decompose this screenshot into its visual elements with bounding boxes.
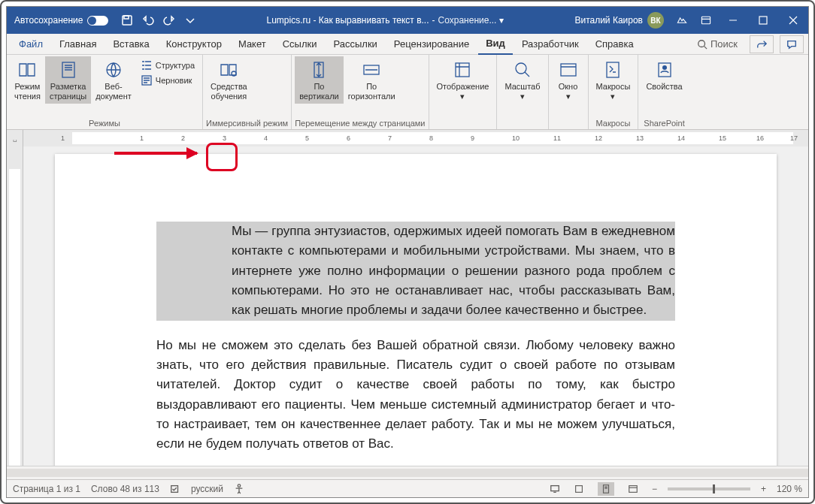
annotation-arrow xyxy=(114,152,197,155)
ruler-tick: 7 xyxy=(388,134,392,142)
page-layout-button[interactable]: Разметка страницы xyxy=(45,56,91,104)
tab-file[interactable]: Файл xyxy=(11,34,50,55)
ruler-tick: 4 xyxy=(264,134,268,142)
ruler-tick: 8 xyxy=(429,134,433,142)
tab-references[interactable]: Ссылки xyxy=(275,34,325,55)
svg-rect-21 xyxy=(603,484,608,493)
tab-view[interactable]: Вид xyxy=(478,34,513,55)
ruler-tick: 1 xyxy=(61,134,65,142)
svg-rect-11 xyxy=(456,63,469,77)
ribbon-options-icon[interactable] xyxy=(694,7,718,34)
outline-button[interactable]: Структура xyxy=(138,58,198,73)
svg-rect-13 xyxy=(561,64,576,76)
search-icon xyxy=(697,39,707,50)
horizontal-button[interactable]: По горизонтали xyxy=(344,56,400,104)
tab-help[interactable]: Справка xyxy=(588,34,641,55)
focus-mode-button[interactable] xyxy=(571,482,587,496)
maximize-button[interactable] xyxy=(748,7,778,34)
ruler-tick: 2 xyxy=(181,134,185,142)
document-title: Lumpics.ru - Как выравнивать текст в... … xyxy=(201,15,568,26)
close-button[interactable] xyxy=(778,7,808,34)
autosave[interactable]: Автосохранение xyxy=(7,15,116,26)
horizontal-ruler[interactable]: ␣ 211234567891011121314151617 xyxy=(7,130,808,146)
svg-rect-19 xyxy=(551,485,559,490)
comments-button[interactable] xyxy=(780,35,804,53)
language-indicator[interactable]: русский xyxy=(191,484,223,494)
draft-button[interactable]: Черновик xyxy=(138,73,198,88)
annotation-highlight xyxy=(206,143,238,171)
group-sharepoint-label: SharePoint xyxy=(641,117,686,129)
group-pagemove-label: Перемещение между страницами xyxy=(295,117,425,129)
horizontal-scrollbar[interactable] xyxy=(7,466,808,479)
group-views-label: Режимы xyxy=(10,117,199,129)
ruler-tick: 15 xyxy=(719,134,726,142)
redo-icon[interactable] xyxy=(161,11,177,29)
zoom-out-button[interactable]: − xyxy=(652,484,657,494)
vertical-button[interactable]: По вертикали xyxy=(295,56,344,104)
search-box[interactable]: Поиск xyxy=(691,38,744,50)
ruler-tick: 9 xyxy=(471,134,474,142)
ruler-tick: 13 xyxy=(636,134,644,142)
ruler-tick: 11 xyxy=(553,134,561,142)
svg-point-4 xyxy=(698,40,705,47)
word-count[interactable]: Слово 48 из 113 xyxy=(91,484,159,494)
svg-rect-20 xyxy=(576,485,583,492)
page-indicator[interactable]: Страница 1 из 1 xyxy=(13,484,80,494)
print-layout-button[interactable] xyxy=(598,482,614,496)
ribbon-tabs: Файл Главная Вставка Конструктор Макет С… xyxy=(7,34,808,55)
tab-home[interactable]: Главная xyxy=(52,34,104,55)
share-button[interactable] xyxy=(750,35,774,53)
save-icon[interactable] xyxy=(119,11,135,29)
ruler-tick: 1 xyxy=(140,134,144,142)
learning-tools-button[interactable]: Средства обучения xyxy=(206,56,252,104)
window-button[interactable]: Окно▾ xyxy=(552,56,585,104)
doc-name: Lumpics.ru - Как выравнивать текст в... xyxy=(267,15,429,26)
user-account[interactable]: Виталий Каиров ВК xyxy=(568,12,670,29)
ruler-tick: 3 xyxy=(223,134,226,142)
web-layout-view-button[interactable] xyxy=(625,482,641,496)
paragraph[interactable]: Но мы не сможем это сделать без Вашей об… xyxy=(156,336,675,454)
zoom-in-button[interactable]: + xyxy=(761,484,766,494)
svg-point-12 xyxy=(516,63,526,74)
minimize-button[interactable] xyxy=(718,7,748,34)
ruler-tick: 6 xyxy=(347,134,350,142)
undo-icon[interactable] xyxy=(140,11,156,29)
tab-insert[interactable]: Вставка xyxy=(105,34,156,55)
svg-point-16 xyxy=(662,65,667,70)
display-settings-button[interactable] xyxy=(550,484,560,494)
svg-rect-3 xyxy=(759,17,767,24)
ruler-corner: ␣ xyxy=(7,130,23,146)
group-macros-label: Макросы xyxy=(592,117,635,129)
group-immersive-label: Иммерсивный режим xyxy=(206,117,288,129)
tab-review[interactable]: Рецензирование xyxy=(386,34,477,55)
document-view[interactable]: Мы — группа энтузиастов, одержимых идеей… xyxy=(23,146,808,466)
ruler-tick: 12 xyxy=(595,134,602,142)
status-bar: Страница 1 из 1 Слово 48 из 113 русский … xyxy=(7,479,808,497)
zoom-button[interactable]: Масштаб▾ xyxy=(500,56,544,104)
read-mode-button[interactable]: Режим чтения xyxy=(10,56,45,104)
show-button[interactable]: Отображение▾ xyxy=(432,56,494,104)
vertical-ruler[interactable] xyxy=(7,146,23,466)
web-layout-button[interactable]: Веб- документ xyxy=(91,56,136,104)
spellcheck-button[interactable] xyxy=(170,484,180,494)
tab-mailings[interactable]: Рассылки xyxy=(326,34,384,55)
properties-button[interactable]: Свойства xyxy=(641,56,686,95)
title-bar: Автосохранение Lumpics.ru - Как выравнив… xyxy=(7,7,808,34)
tab-layout[interactable]: Макет xyxy=(231,34,274,55)
qat-more-icon[interactable] xyxy=(182,11,198,29)
svg-rect-14 xyxy=(607,62,619,77)
coming-soon-icon[interactable] xyxy=(670,7,694,34)
search-label: Поиск xyxy=(710,38,738,50)
accessibility-button[interactable] xyxy=(234,484,244,494)
autosave-toggle[interactable] xyxy=(87,16,108,26)
tab-design[interactable]: Конструктор xyxy=(159,34,229,55)
zoom-level[interactable]: 120 % xyxy=(777,484,802,494)
paragraph-selected[interactable]: Мы — группа энтузиастов, одержимых идеей… xyxy=(156,222,675,321)
avatar: ВК xyxy=(647,12,664,29)
zoom-slider[interactable] xyxy=(668,487,750,490)
user-name: Виталий Каиров xyxy=(574,15,643,26)
tab-developer[interactable]: Разработчик xyxy=(514,34,586,55)
macros-button[interactable]: Макросы▾ xyxy=(592,56,635,104)
ruler-tick: 5 xyxy=(305,134,309,142)
ruler-tick: 10 xyxy=(512,134,520,142)
